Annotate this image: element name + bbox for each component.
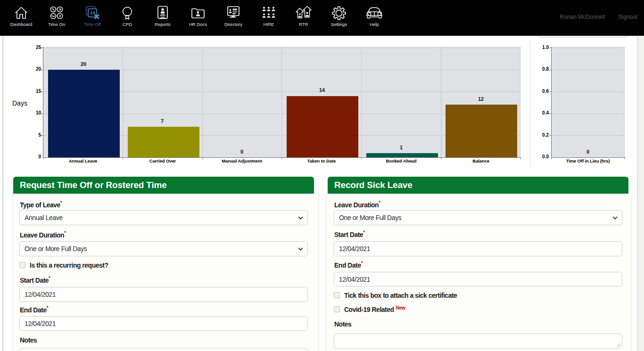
svg-text:14: 14 (90, 10, 95, 15)
